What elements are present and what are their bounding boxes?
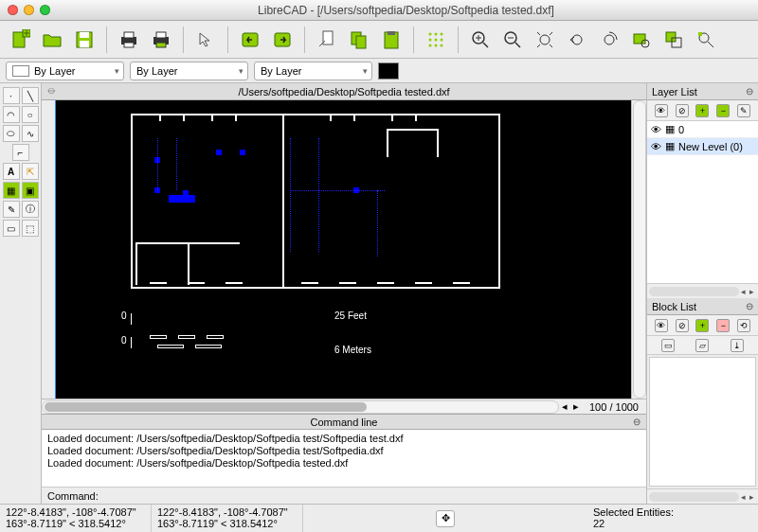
zoom-redraw-button[interactable] (595, 26, 623, 54)
layer-panel-scroll[interactable]: ◂▸ (647, 283, 758, 298)
arc-tool[interactable]: ◠ (3, 106, 20, 123)
layer-row[interactable]: 👁▦0 (647, 121, 758, 138)
status-bar: 122°-8.4183", -108°-4.7087"163°-8.7119" … (0, 504, 758, 532)
svg-rect-7 (80, 41, 89, 47)
canvas-margin (42, 100, 55, 399)
command-input[interactable] (102, 490, 641, 502)
svg-rect-45 (698, 32, 702, 36)
close-window-button[interactable] (8, 5, 18, 15)
svg-point-29 (441, 44, 443, 46)
print-button[interactable] (115, 26, 143, 54)
svg-rect-12 (156, 32, 166, 38)
horizontal-scrollbar[interactable]: ◂▸ 100 / 1000 (42, 399, 646, 414)
layer-add-icon[interactable]: + (695, 104, 709, 117)
svg-rect-10 (124, 43, 134, 47)
zoom-window-button-tool[interactable] (627, 26, 656, 54)
layer-show-all-icon[interactable]: 👁 (655, 104, 668, 117)
pointer-button[interactable] (191, 26, 220, 54)
block-hide-icon[interactable]: ⊘ (676, 319, 689, 332)
window-title: LibreCAD - [/Users/softpedia/Desktop/Sof… (62, 4, 750, 17)
zoom-in-button[interactable] (466, 26, 495, 54)
copy-button[interactable] (345, 26, 373, 54)
block-rename-icon[interactable]: ⟲ (737, 319, 750, 332)
layer-row[interactable]: 👁▦New Level (0) (647, 138, 758, 155)
svg-rect-6 (80, 32, 89, 38)
eye-icon[interactable]: 👁 (651, 124, 661, 135)
point-tool[interactable]: · (3, 87, 20, 104)
svg-point-28 (435, 44, 438, 46)
svg-rect-13 (156, 43, 166, 47)
block-panel-scroll[interactable]: ◂▸ (647, 488, 758, 504)
svg-marker-4 (44, 35, 61, 46)
select-tool[interactable]: ⬚ (22, 220, 39, 237)
minimize-window-button[interactable] (24, 5, 34, 15)
layer-panel-toolbar: 👁 ⊘ + − ✎ (647, 100, 758, 121)
scale-zero-feet: 0 (121, 310, 127, 321)
svg-point-24 (429, 38, 432, 41)
block-panel-close-icon[interactable]: ⊖ (746, 301, 753, 311)
svg-line-31 (483, 43, 488, 47)
open-file-button[interactable] (38, 26, 66, 54)
grid-toggle-button[interactable] (422, 26, 450, 54)
command-line: Loaded document: /Users/softpedia/Deskto… (47, 445, 641, 457)
scale-feet-label: 25 Feet (334, 310, 367, 321)
drawing-canvas[interactable]: 0 0 25 Feet 6 Meters (55, 100, 631, 399)
zoom-out-button[interactable] (498, 26, 527, 54)
block-save-icon[interactable]: ⤓ (731, 339, 744, 352)
print-preview-button[interactable] (147, 26, 175, 54)
block-edit-icon[interactable]: ▱ (695, 339, 709, 352)
lineweight-select[interactable]: By Layer▾ (254, 62, 372, 80)
paste-button[interactable] (377, 26, 406, 54)
undo-button[interactable] (236, 26, 264, 54)
zoom-previous-button[interactable] (563, 26, 591, 54)
tab-close-icon[interactable]: ⦵ (47, 86, 55, 97)
command-input-row: Command: (42, 487, 646, 504)
color-swatch[interactable] (378, 62, 399, 80)
line-tool[interactable]: ╲ (22, 87, 39, 104)
dimension-tool[interactable]: ⇱ (22, 163, 39, 180)
block-remove-icon[interactable]: − (716, 319, 730, 332)
document-tab[interactable]: ⦵ /Users/softpedia/Desktop/Softpedia tes… (42, 83, 646, 100)
circle-tool[interactable]: ○ (22, 106, 39, 123)
block-tool[interactable]: ▭ (3, 220, 20, 237)
layer-panel-close-icon[interactable]: ⊖ (746, 86, 753, 97)
document-tab-label: /Users/softpedia/Desktop/Softpedia teste… (238, 86, 449, 98)
block-insert-icon[interactable]: ▭ (661, 339, 675, 352)
cut-button[interactable] (313, 26, 341, 54)
window-controls (8, 5, 50, 15)
svg-rect-9 (124, 32, 134, 38)
property-bar: By Layer▾ By Layer▾ By Layer▾ (0, 59, 758, 83)
layer-hide-all-icon[interactable]: ⊘ (676, 104, 689, 117)
text-tool[interactable]: A (3, 163, 20, 180)
linetype-select[interactable]: By Layer▾ (130, 62, 248, 80)
polyline-tool[interactable]: ⌐ (12, 144, 29, 161)
spline-tool[interactable]: ∿ (22, 125, 39, 142)
zoom-selection-button[interactable] (692, 26, 720, 54)
new-file-button[interactable] (6, 26, 34, 54)
vertical-scrollbar[interactable] (631, 100, 646, 399)
svg-rect-42 (666, 32, 676, 42)
image-tool[interactable]: ▣ (22, 182, 39, 199)
svg-rect-20 (388, 31, 395, 35)
main-toolbar (0, 21, 758, 59)
block-show-icon[interactable]: 👁 (655, 319, 668, 332)
info-tool[interactable]: ⓘ (22, 201, 39, 218)
zoom-window-button[interactable] (40, 5, 50, 15)
window-titlebar: LibreCAD - [/Users/softpedia/Desktop/Sof… (0, 0, 758, 21)
eye-icon[interactable]: 👁 (651, 141, 661, 152)
redo-button[interactable] (268, 26, 297, 54)
block-add-icon[interactable]: + (695, 319, 709, 332)
command-panel-close-icon[interactable]: ⊖ (633, 417, 641, 427)
command-history: Loaded document: /Users/softpedia/Deskto… (42, 430, 646, 487)
right-dock: Layer List⊖ 👁 ⊘ + − ✎ 👁▦0 👁▦New Level (0… (646, 83, 758, 504)
layer-remove-icon[interactable]: − (716, 104, 730, 117)
modify-tool[interactable]: ✎ (3, 201, 20, 218)
layer-select[interactable]: By Layer▾ (6, 62, 124, 80)
ellipse-tool[interactable]: ⬭ (3, 125, 20, 142)
layer-edit-icon[interactable]: ✎ (737, 104, 750, 117)
svg-point-21 (429, 32, 432, 35)
hatch-tool[interactable]: ▦ (3, 182, 20, 199)
zoom-pan-button[interactable] (659, 26, 688, 54)
zoom-extents-button[interactable] (531, 26, 559, 54)
save-file-button[interactable] (70, 26, 99, 54)
